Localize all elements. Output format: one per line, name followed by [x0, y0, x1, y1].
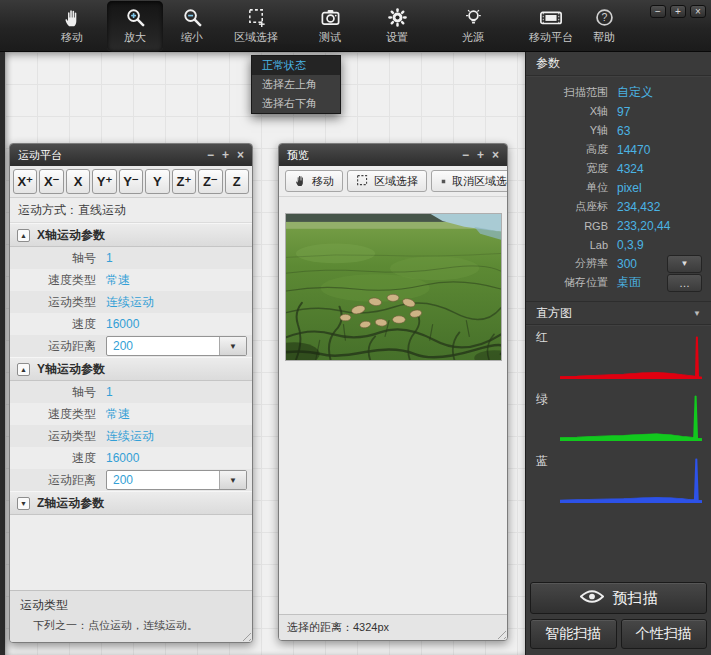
toolbar-help-label: 帮助 — [593, 30, 615, 45]
toolbar-settings-button[interactable]: 设置 — [369, 1, 425, 51]
param-row: 扫描范围 自定义 — [526, 83, 711, 102]
toolbar-platform-button[interactable]: 移动平台 — [517, 1, 585, 51]
storage-browse-button[interactable]: … — [667, 274, 702, 292]
preview-cancel-region-button[interactable]: 取消区域选择 — [431, 170, 508, 192]
preview-region-select-label: 区域选择 — [374, 174, 418, 189]
axis-x-button[interactable]: X — [66, 169, 90, 194]
y-distance-dropdown[interactable]: 200 ▼ — [106, 470, 247, 490]
menu-item-select-top-left[interactable]: 选择左上角 — [252, 75, 340, 94]
param-row: 宽度 4324 — [526, 159, 711, 178]
param-label: Y轴 — [526, 123, 608, 138]
param-label: 点座标 — [526, 199, 608, 214]
collapse-down-icon[interactable]: ▼ — [693, 309, 701, 318]
setting-value[interactable]: 16000 — [106, 451, 139, 465]
toolbar-zoom-out-button[interactable]: 缩小 — [164, 1, 220, 51]
collapse-down-icon[interactable]: ▼ — [17, 497, 30, 510]
motion-panel-titlebar[interactable]: 运动平台 − + × — [10, 144, 252, 166]
chevron-down-icon[interactable]: ▼ — [219, 337, 246, 355]
toolbar-move-button[interactable]: 移动 — [44, 1, 100, 51]
axis-y-plus-button[interactable]: Y⁺ — [92, 169, 116, 194]
panel-minimize-button[interactable]: − — [207, 149, 214, 161]
toolbar-zoom-in-label: 放大 — [124, 30, 146, 45]
axis-y-minus-button[interactable]: Y⁻ — [119, 169, 143, 194]
x-axis-value: 97 — [617, 105, 630, 119]
collapse-up-icon[interactable]: ▲ — [17, 229, 30, 242]
close-button[interactable]: × — [690, 5, 706, 18]
axis-x-minus-button[interactable]: X⁻ — [39, 169, 63, 194]
setting-value[interactable]: 连续运动 — [106, 428, 154, 445]
panel-minimize-button[interactable]: − — [462, 149, 469, 161]
light-bulb-icon — [463, 7, 484, 28]
toolbar-region-select-label: 区域选择 — [234, 30, 278, 45]
toolbar-region-select-button[interactable]: 区域选择 — [223, 1, 289, 51]
tooltip-body: 下列之一：点位运动，连续运动。 — [20, 618, 242, 633]
point-coord-value: 234,432 — [617, 200, 660, 214]
param-row: Lab 0,3,9 — [526, 235, 711, 254]
smart-scan-button[interactable]: 智能扫描 — [530, 619, 617, 649]
setting-value[interactable]: 1 — [106, 251, 113, 265]
green-histogram-chart — [560, 393, 702, 441]
setting-label: 轴号 — [10, 384, 96, 401]
axis-x-plus-button[interactable]: X⁺ — [13, 169, 37, 194]
panel-close-button[interactable]: × — [237, 149, 244, 161]
storage-location-value[interactable]: 桌面 — [617, 274, 641, 291]
section-header-x-axis[interactable]: ▲ X轴运动参数 — [10, 223, 252, 247]
collapse-up-icon[interactable]: ▲ — [17, 363, 30, 376]
panel-maximize-button[interactable]: + — [477, 149, 484, 161]
maximize-button[interactable]: + — [670, 5, 686, 18]
prescan-button[interactable]: 预扫描 — [530, 582, 707, 614]
region-select-icon — [246, 7, 267, 28]
param-label: RGB — [526, 220, 608, 232]
setting-label: 运动类型 — [10, 294, 96, 311]
param-row: 分辨率 300 ▼ — [526, 254, 711, 273]
setting-value[interactable]: 常速 — [106, 272, 130, 289]
preview-panel-titlebar[interactable]: 预览 − + × — [279, 144, 507, 166]
x-distance-dropdown[interactable]: 200 ▼ — [106, 336, 247, 356]
section-header-z-axis[interactable]: ▼ Z轴运动参数 — [10, 491, 252, 515]
dropdown-value: 200 — [107, 337, 219, 355]
toolbar-test-button[interactable]: 测试 — [302, 1, 358, 51]
toolbar-platform-label: 移动平台 — [529, 30, 573, 45]
setting-value[interactable]: 常速 — [106, 406, 130, 423]
chevron-down-icon[interactable]: ▼ — [219, 471, 246, 489]
setting-row: 运动类型 连续运动 — [10, 425, 252, 447]
axis-y-button[interactable]: Y — [145, 169, 169, 194]
panel-close-button[interactable]: × — [492, 149, 499, 161]
axis-z-button[interactable]: Z — [225, 169, 249, 194]
preview-image[interactable] — [285, 213, 502, 361]
toolbar-light-button[interactable]: 光源 — [445, 1, 501, 51]
gear-icon — [387, 7, 408, 28]
camera-icon — [320, 7, 341, 28]
toolbar-help-button[interactable]: ? 帮助 — [580, 1, 628, 51]
param-row: RGB 233,20,44 — [526, 216, 711, 235]
histogram-header: 直方图 ▼ — [526, 301, 711, 325]
setting-row: 速度类型 常速 — [10, 269, 252, 291]
axis-z-plus-button[interactable]: Z⁺ — [172, 169, 196, 194]
tooltip-title: 运动类型 — [20, 597, 242, 614]
axis-z-minus-button[interactable]: Z⁻ — [198, 169, 222, 194]
resolution-value[interactable]: 300 — [617, 257, 637, 271]
preview-toolbar: 移动 区域选择 取消区域选择 — [279, 166, 507, 197]
setting-value[interactable]: 16000 — [106, 317, 139, 331]
scan-buttons-row: 智能扫描 个性扫描 — [530, 619, 707, 649]
right-panel-spacer — [526, 511, 711, 582]
panel-maximize-button[interactable]: + — [222, 149, 229, 161]
setting-row: 速度 16000 — [10, 447, 252, 469]
menu-item-select-bottom-right[interactable]: 选择右下角 — [252, 94, 340, 113]
params-header: 参数 — [526, 52, 711, 76]
setting-row: 轴号 1 — [10, 247, 252, 269]
preview-cancel-region-label: 取消区域选择 — [452, 174, 508, 189]
resolution-dropdown-button[interactable]: ▼ — [667, 255, 702, 273]
setting-value[interactable]: 1 — [106, 385, 113, 399]
scan-range-value[interactable]: 自定义 — [617, 84, 653, 101]
blue-histogram-chart — [560, 455, 702, 503]
toolbar-settings-label: 设置 — [386, 30, 408, 45]
setting-value[interactable]: 连续运动 — [106, 294, 154, 311]
custom-scan-button[interactable]: 个性扫描 — [621, 619, 708, 649]
section-header-y-axis[interactable]: ▲ Y轴运动参数 — [10, 357, 252, 381]
toolbar-zoom-in-button[interactable]: 放大 — [107, 1, 163, 51]
minimize-button[interactable]: − — [650, 5, 666, 18]
menu-item-normal-state[interactable]: 正常状态 — [252, 56, 340, 75]
preview-move-button[interactable]: 移动 — [285, 170, 343, 192]
preview-region-select-button[interactable]: 区域选择 — [347, 170, 427, 192]
